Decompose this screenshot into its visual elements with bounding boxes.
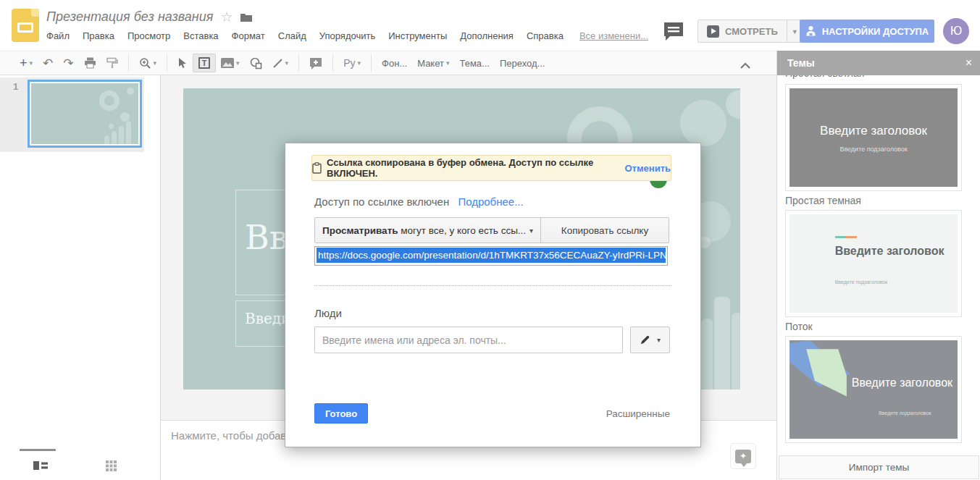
import-theme-button[interactable]: Импорт темы <box>779 455 979 479</box>
menu-help[interactable]: Справка <box>527 30 564 41</box>
menu-insert[interactable]: Вставка <box>183 30 218 41</box>
advanced-link[interactable]: Расширенные <box>606 408 670 419</box>
theme-label: Простая темная <box>785 195 861 206</box>
share-dialog: Ссылка скопирована в буфер обмена. Досту… <box>285 143 701 447</box>
layout-label: Макет <box>417 58 444 69</box>
background-button[interactable]: Фон... <box>377 54 412 72</box>
logo-slide-shape <box>17 22 33 33</box>
present-label: СМОТРЕТЬ <box>725 26 778 37</box>
zoom-button[interactable]: ▾ <box>134 54 162 72</box>
preview-subtitle: Введите подзаголовок <box>835 279 888 285</box>
text-box-icon: T <box>198 57 210 69</box>
avatar[interactable]: Ю <box>943 18 969 44</box>
filmstrip-scroll-indicator[interactable] <box>20 449 56 451</box>
menu-file[interactable]: Файл <box>46 30 70 41</box>
slides-logo-icon[interactable] <box>12 9 39 42</box>
theme-preview: Введите заголовок Введите подзаголовок <box>790 340 958 439</box>
menu-tools[interactable]: Инструменты <box>388 30 447 41</box>
theme-card-focus[interactable]: Введите заголовок Введите подзаголовок <box>785 336 962 443</box>
language-label: Ру <box>343 57 355 69</box>
menu-arrange[interactable]: Упорядочить <box>319 30 375 41</box>
caret-down-icon: ▾ <box>657 336 661 344</box>
menu-format[interactable]: Формат <box>232 30 265 41</box>
all-changes-saved-link[interactable]: Все изменени... <box>579 30 648 41</box>
clipboard-icon <box>312 162 322 174</box>
details-link[interactable]: Подробнее... <box>458 195 523 208</box>
caret-down-icon: ▾ <box>30 59 33 67</box>
permission-level: Просматривать <box>322 225 398 236</box>
menu-slide[interactable]: Слайд <box>278 30 306 41</box>
preview-title: Введите заголовок <box>852 376 952 390</box>
done-button[interactable]: Готово <box>314 403 368 424</box>
app-header: Презентация без названия ☆ Файл Правка П… <box>0 0 980 51</box>
invite-people-input[interactable] <box>314 327 623 353</box>
chevron-up-icon <box>740 62 751 70</box>
star-icon[interactable]: ☆ <box>220 10 233 24</box>
collapse-toolbar-button[interactable] <box>734 56 756 75</box>
menu-edit[interactable]: Правка <box>83 30 114 41</box>
accent-dash <box>835 236 857 238</box>
copy-link-button[interactable]: Копировать ссылку <box>541 218 669 243</box>
access-status-row: Доступ по ссылке включен Подробнее... <box>314 195 524 208</box>
undo-icon: ↶ <box>43 57 53 70</box>
insert-comment-button[interactable] <box>304 54 327 72</box>
theme-button[interactable]: Тема... <box>454 54 494 72</box>
insert-line-button[interactable]: ▾ <box>267 54 294 72</box>
grid-view-icon <box>106 460 117 471</box>
menu-view[interactable]: Просмотр <box>127 30 170 41</box>
themes-panel-header: Темы × <box>777 51 980 75</box>
caret-down-icon: ▾ <box>236 59 240 67</box>
redo-button[interactable]: ↷ <box>58 54 78 72</box>
document-title[interactable]: Презентация без названия <box>46 9 213 25</box>
grid-view-button[interactable] <box>106 460 117 471</box>
transition-button[interactable]: Переход... <box>495 54 550 72</box>
theme-card-simple-dark[interactable]: Введите заголовок Введите подзаголовок <box>785 84 962 191</box>
preview-subtitle: Введите подзаголовок <box>790 146 958 153</box>
print-button[interactable] <box>79 54 101 72</box>
undo-button[interactable]: ↶ <box>38 54 58 72</box>
layout-button[interactable]: Макет ▾ <box>412 54 454 72</box>
preview-title: Введите заголовок <box>790 124 958 138</box>
comment-plus-icon <box>309 57 322 70</box>
close-icon[interactable]: × <box>966 56 972 70</box>
play-icon <box>707 25 719 38</box>
menu-bar: Файл Правка Просмотр Вставка Формат Слай… <box>46 30 648 41</box>
menu-addons[interactable]: Дополнения <box>460 30 514 41</box>
logo-fold <box>31 9 39 17</box>
text-box-tool-button[interactable]: T <box>193 54 216 72</box>
theme-card-streamline[interactable]: Введите заголовок Введите подзаголовок <box>785 210 962 317</box>
filmstrip-bottom-bar <box>0 455 161 480</box>
permission-dropdown[interactable]: Просматривать могут все, у кого есть ссы… <box>315 218 541 243</box>
redo-icon: ↷ <box>63 57 73 70</box>
input-language-button[interactable]: Ру ▾ <box>338 54 366 72</box>
filmstrip-view-button[interactable] <box>33 460 48 471</box>
select-tool-button[interactable] <box>172 54 193 72</box>
share-url-field[interactable]: https://docs.google.com/presentation/d/1… <box>314 246 668 266</box>
caret-down-icon: ▾ <box>529 227 533 235</box>
theme-preview: Введите заголовок Введите подзаголовок <box>790 214 958 313</box>
move-folder-icon[interactable] <box>240 12 253 22</box>
undo-link[interactable]: Отменить <box>624 163 671 174</box>
person-lock-icon <box>805 25 816 37</box>
explore-sparkle-icon: ✦ <box>735 450 751 463</box>
printer-icon <box>84 57 96 69</box>
new-slide-button[interactable]: + ▾ <box>14 54 38 72</box>
share-label: НАСТРОЙКИ ДОСТУПА <box>822 26 929 37</box>
slide-thumbnail[interactable] <box>28 80 142 148</box>
caret-down-icon: ▾ <box>446 59 450 67</box>
share-settings-button[interactable]: НАСТРОЙКИ ДОСТУПА <box>800 20 934 43</box>
insert-shape-button[interactable] <box>245 54 267 72</box>
paint-format-button[interactable] <box>101 54 123 72</box>
permission-edit-button[interactable]: ▾ <box>630 327 670 353</box>
cursor-icon <box>177 57 188 69</box>
themes-title: Темы <box>787 57 966 69</box>
insert-image-button[interactable]: ▾ <box>216 54 245 72</box>
caret-down-icon: ▾ <box>285 59 289 67</box>
explore-button[interactable]: ✦ <box>730 443 756 469</box>
preview-subtitle: Введите подзаголовок <box>879 410 931 416</box>
present-button[interactable]: СМОТРЕТЬ ▾ <box>698 20 803 43</box>
permission-controls: Просматривать могут все, у кого есть ссы… <box>314 217 669 243</box>
comments-button[interactable] <box>663 22 687 42</box>
preview-title: Введите заголовок <box>835 245 945 258</box>
line-icon <box>272 58 283 69</box>
